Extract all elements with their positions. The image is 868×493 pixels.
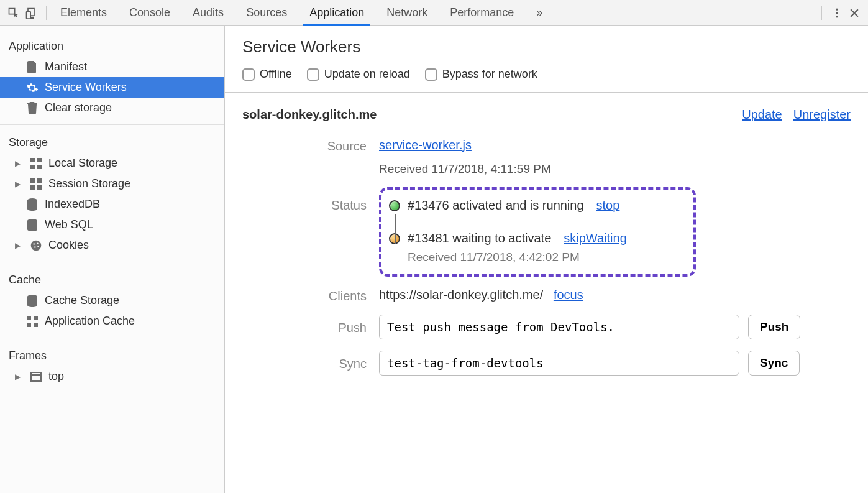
sidebar-item-local-storage[interactable]: ▶Local Storage <box>0 153 224 173</box>
tab-console[interactable]: Console <box>129 0 170 25</box>
source-label: Source <box>242 138 379 154</box>
unregister-link[interactable]: Unregister <box>793 108 851 122</box>
svg-rect-5 <box>37 158 42 162</box>
sidebar-item-application-cache[interactable]: Application Cache <box>0 311 224 331</box>
disclosure-icon[interactable]: ▶ <box>15 241 22 250</box>
svg-rect-6 <box>30 165 35 169</box>
sidebar-item-session-storage[interactable]: ▶Session Storage <box>0 173 224 194</box>
push-label: Push <box>242 315 379 335</box>
sidebar-item-cache-storage[interactable]: Cache Storage <box>0 290 224 311</box>
source-received: Received 11/7/2018, 4:11:59 PM <box>379 162 851 176</box>
sidebar-item-cookies[interactable]: ▶Cookies <box>0 235 224 256</box>
sidebar-item-websql[interactable]: Web SQL <box>0 214 224 235</box>
toolbar-divider <box>46 6 47 20</box>
svg-rect-11 <box>37 185 42 190</box>
source-file-link[interactable]: service-worker.js <box>379 138 472 152</box>
panel-title: Service Workers <box>242 37 851 57</box>
status-box-highlight: #13476 activated and is running stop #13… <box>379 187 696 277</box>
disclosure-icon[interactable]: ▶ <box>15 159 22 168</box>
sidebar-item-label: Web SQL <box>45 218 93 231</box>
svg-point-15 <box>33 243 35 245</box>
svg-rect-0 <box>27 11 31 19</box>
origin-label: solar-donkey.glitch.me <box>242 108 377 122</box>
sidebar-item-top-frame[interactable]: ▶top <box>0 366 224 387</box>
offline-checkbox[interactable]: Offline <box>242 68 292 81</box>
sidebar-heading-storage: Storage <box>0 127 224 153</box>
devtools-toolbar: Elements Console Audits Sources Applicat… <box>0 0 868 26</box>
clients-label: Clients <box>242 288 379 303</box>
sync-input[interactable] <box>379 351 739 376</box>
client-url: https://solar-donkey.glitch.me/ <box>379 288 543 302</box>
sidebar-heading-cache: Cache <box>0 265 224 290</box>
status-line-waiting: #13481 waiting to activate skipWaiting <box>389 231 683 246</box>
focus-link[interactable]: focus <box>554 288 583 302</box>
svg-rect-23 <box>34 323 38 327</box>
svg-point-14 <box>31 240 42 251</box>
svg-point-17 <box>34 246 36 248</box>
status-line-active: #13476 activated and is running stop <box>389 198 683 213</box>
sidebar-item-indexeddb[interactable]: IndexedDB <box>0 194 224 214</box>
disclosure-icon[interactable]: ▶ <box>15 372 22 381</box>
status-dot-green-icon <box>389 200 400 211</box>
tab-sources[interactable]: Sources <box>246 0 287 25</box>
update-link[interactable]: Update <box>742 108 782 122</box>
frame-icon <box>30 372 42 382</box>
tab-audits[interactable]: Audits <box>193 0 224 25</box>
tab-performance[interactable]: Performance <box>450 0 514 25</box>
tab-network[interactable]: Network <box>386 0 427 25</box>
sidebar-item-label: Service Workers <box>45 81 127 94</box>
status-label: Status <box>242 187 379 213</box>
push-input[interactable] <box>379 315 739 339</box>
grid-icon <box>30 178 42 190</box>
tab-elements[interactable]: Elements <box>60 0 107 25</box>
database-icon <box>26 295 39 307</box>
svg-rect-21 <box>34 316 38 320</box>
sidebar-item-manifest[interactable]: Manifest <box>0 57 224 77</box>
update-on-reload-checkbox[interactable]: Update on reload <box>307 68 410 81</box>
database-icon <box>26 219 39 231</box>
cookie-icon <box>30 239 42 252</box>
grid-icon <box>30 158 42 169</box>
skipwaiting-link[interactable]: skipWaiting <box>564 231 627 246</box>
database-icon <box>26 198 39 211</box>
trash-icon <box>26 102 39 114</box>
file-icon <box>26 61 39 73</box>
sidebar-item-label: Session Storage <box>48 177 130 190</box>
status-received: Received 11/7/2018, 4:42:02 PM <box>408 251 683 264</box>
inspect-icon[interactable] <box>5 4 22 22</box>
svg-point-18 <box>37 246 39 247</box>
tab-application[interactable]: Application <box>309 0 364 25</box>
device-toggle-icon[interactable] <box>22 4 40 22</box>
sidebar-item-label: top <box>48 370 64 383</box>
svg-rect-20 <box>27 316 31 320</box>
svg-rect-22 <box>27 323 31 327</box>
sync-button[interactable]: Sync <box>748 351 800 376</box>
sidebar-item-label: Application Cache <box>45 315 135 328</box>
sidebar-heading-application: Application <box>0 31 224 57</box>
service-workers-panel: Service Workers Offline Update on reload… <box>225 26 868 493</box>
panel-options: Offline Update on reload Bypass for netw… <box>225 68 868 93</box>
devtools-tabs: Elements Console Audits Sources Applicat… <box>60 0 815 25</box>
sidebar-item-label: Manifest <box>45 60 87 73</box>
svg-rect-4 <box>30 158 35 162</box>
kebab-menu-icon[interactable] <box>828 4 846 22</box>
svg-rect-10 <box>30 185 35 190</box>
grid-icon <box>26 316 39 327</box>
toolbar-divider <box>821 6 822 20</box>
disclosure-icon[interactable]: ▶ <box>15 180 22 188</box>
more-tabs-icon[interactable]: » <box>536 0 542 25</box>
sidebar-item-label: Clear storage <box>45 101 112 114</box>
svg-rect-9 <box>37 178 42 183</box>
sync-label: Sync <box>242 351 379 371</box>
svg-rect-8 <box>30 178 35 183</box>
push-button[interactable]: Push <box>748 315 800 339</box>
svg-rect-7 <box>37 165 42 169</box>
svg-point-2 <box>836 12 838 14</box>
bypass-for-network-checkbox[interactable]: Bypass for network <box>425 68 537 81</box>
stop-link[interactable]: stop <box>596 198 620 213</box>
close-icon[interactable] <box>846 4 863 22</box>
sidebar-item-label: Local Storage <box>48 157 117 170</box>
sidebar-item-clear-storage[interactable]: Clear storage <box>0 98 224 118</box>
svg-point-16 <box>37 242 38 244</box>
sidebar-item-service-workers[interactable]: Service Workers <box>0 77 224 98</box>
